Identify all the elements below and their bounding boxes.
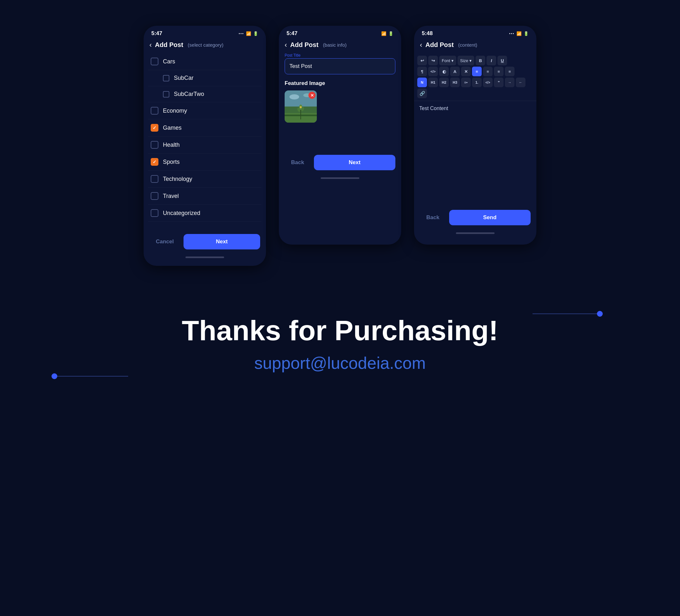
blockquote-button[interactable]: " [494,78,504,87]
back-button-1[interactable]: ‹ [149,41,152,49]
thanks-email: support@lucodeia.com [254,353,426,373]
bold-button[interactable]: B [476,56,485,65]
style-h2[interactable]: H2 [439,78,449,87]
status-bar-1: 5:47 ••• 📶 🔋 [144,26,266,39]
checkbox-economy[interactable] [151,107,159,115]
redo-button[interactable]: ↪ [428,56,438,65]
image-remove-button[interactable]: ✕ [308,92,315,99]
back-button-p3[interactable]: Back [420,210,446,225]
link-button[interactable]: 🔗 [417,88,427,98]
style-h1[interactable]: H1 [428,78,438,87]
nav-subtitle-1: (select category) [188,42,223,48]
category-item-subcar[interactable]: SubCar [148,70,261,86]
checkbox-cars[interactable] [151,58,159,65]
dot-left [52,373,57,379]
align-right-button[interactable]: ≡ [494,67,504,76]
size-picker[interactable]: Size ▾ [457,56,474,65]
undo-button[interactable]: ↩ [417,56,427,65]
status-icons-3: ••• 📶 🔋 [509,31,529,36]
svg-point-11 [300,106,302,108]
category-label-subcar: SubCar [174,75,194,82]
back-button-3[interactable]: ‹ [420,41,422,49]
post-title-input[interactable] [285,58,395,74]
align-center-button[interactable]: ≡ [483,67,492,76]
color-button[interactable]: ◐ [439,67,449,76]
category-item-subcartwo[interactable]: SubCarTwo [148,86,261,102]
category-item-travel[interactable]: Travel [148,187,261,205]
list-ol-button[interactable]: 1. [472,78,482,87]
font-label: Font [442,58,450,63]
code-button[interactable]: </> [428,67,438,76]
category-label-uncategorized: Uncategorized [163,210,200,216]
checkbox-uncategorized[interactable] [151,209,159,217]
clear-format-button[interactable]: ✕ [461,67,471,76]
category-list: Cars SubCar SubCarTwo Economy Games [144,53,266,222]
bottom-buttons-1: Cancel Next [144,228,266,252]
category-label-subcartwo: SubCarTwo [174,91,204,97]
editor-content: Test Content [419,106,448,111]
back-button-p2[interactable]: Back [285,155,311,170]
category-item-uncategorized[interactable]: Uncategorized [148,205,261,222]
home-indicator-1 [186,257,224,258]
checkbox-sports[interactable] [151,158,159,166]
checkbox-subcar[interactable] [163,75,169,82]
category-item-games[interactable]: Games [148,119,261,137]
paragraph-button[interactable]: ¶ [417,67,427,76]
wifi-icon-1: 📶 [246,31,251,36]
align-justify-button[interactable]: ≡ [505,67,514,76]
next-button-2[interactable]: Next [314,155,395,170]
status-icons-2: 📶 🔋 [381,31,393,36]
category-label-health: Health [163,142,180,148]
status-bar-3: 5:48 ••• 📶 🔋 [414,26,536,39]
category-label-games: Games [163,124,181,131]
top-nav-1: ‹ Add Post (select category) [144,39,266,53]
bottom-buttons-2: Back Next [279,123,401,173]
checkbox-technology[interactable] [151,175,159,183]
next-button-1[interactable]: Next [183,234,260,250]
dot-right [597,311,603,317]
font-chevron: ▾ [451,58,454,63]
back-button-2[interactable]: ‹ [285,41,287,49]
category-item-technology[interactable]: Technology [148,171,261,187]
checkbox-travel[interactable] [151,192,159,200]
underline-button[interactable]: U [498,56,507,65]
list-ul-button[interactable]: ≡• [461,78,471,87]
nav-title-1: Add Post [155,41,183,49]
nav-title-2: Add Post [290,41,318,49]
code-block-button[interactable]: </> [483,78,492,87]
wifi-icon-3: 📶 [516,31,521,36]
editor-toolbar: ↩ ↪ Font ▾ Size ▾ B I U ¶ </> ◐ A [414,53,536,101]
indent-button[interactable]: → [505,78,514,87]
nav-subtitle-2: (basic info) [323,42,346,48]
style-h3[interactable]: H3 [450,78,460,87]
battery-icon-2: 🔋 [388,31,393,36]
editor-body[interactable]: Test Content [414,101,536,198]
category-item-health[interactable]: Health [148,137,261,153]
send-button[interactable]: Send [449,210,531,225]
svg-point-5 [289,94,299,99]
category-item-cars[interactable]: Cars [148,53,261,70]
toolbar-row-1: ↩ ↪ Font ▾ Size ▾ B I U [417,56,533,65]
italic-button[interactable]: I [486,56,496,65]
bottom-line-left [52,373,128,379]
toolbar-row-3: N H1 H2 H3 ≡• 1. </> " → ← [417,78,533,87]
checkbox-health[interactable] [151,141,159,149]
style-normal[interactable]: N [417,78,427,87]
phone-2: 5:47 📶 🔋 ‹ Add Post (basic info) Post Ti… [279,26,401,244]
checkbox-games[interactable] [151,124,159,131]
checkbox-subcartwo[interactable] [163,91,169,97]
font-picker[interactable]: Font ▾ [439,56,456,65]
align-left-button[interactable]: ≡ [472,67,482,76]
cancel-button[interactable]: Cancel [149,234,180,250]
battery-icon-1: 🔋 [253,31,258,36]
status-time-3: 5:48 [422,30,433,37]
outdent-button[interactable]: ← [516,78,526,87]
signal-dots-1: ••• [238,32,244,35]
category-item-sports[interactable]: Sports [148,153,261,171]
category-label-technology: Technology [163,176,192,182]
thanks-line-right [533,311,603,317]
highlight-button[interactable]: A [450,67,460,76]
category-label-travel: Travel [163,193,179,200]
nav-subtitle-3: (content) [458,42,477,48]
category-item-economy[interactable]: Economy [148,102,261,119]
